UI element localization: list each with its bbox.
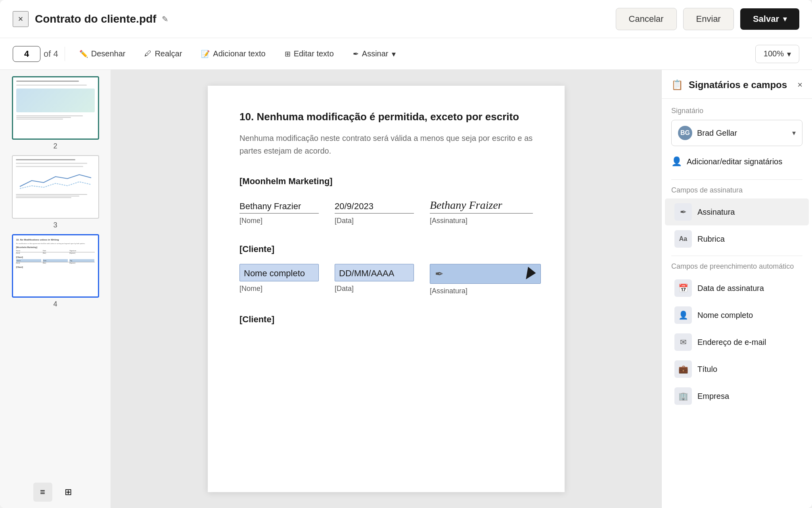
signatory-section: Signatário BG Brad Gellar ▾ 👤 Adicionar/… bbox=[662, 99, 812, 179]
client2-label: [Cliente] bbox=[239, 314, 533, 325]
salvar-button[interactable]: Salvar ▾ bbox=[740, 8, 799, 30]
pdf-page: 10. Nenhuma modificação é permitida, exc… bbox=[208, 86, 565, 492]
field-item-data-assinatura[interactable]: 📅 Data de assinatura bbox=[665, 275, 809, 302]
add-signatory-icon: 👤 bbox=[671, 156, 682, 167]
rubrica-icon-box: Aa bbox=[674, 230, 692, 248]
field-item-assinatura[interactable]: ✒ Assinatura bbox=[665, 198, 809, 225]
sig-field-sig-1: Bethany Fraizer [Assinatura] bbox=[430, 196, 533, 225]
sig-field-name-2: Nome completo [Nome] bbox=[239, 264, 319, 295]
sig-value-date-2[interactable]: DD/MM/AAAA bbox=[335, 264, 414, 281]
sig-label-sig-2: [Assinatura] bbox=[430, 287, 533, 295]
nome-completo-label: Nome completo bbox=[697, 311, 753, 320]
realcar-button[interactable]: 🖊 Realçar bbox=[136, 45, 190, 62]
data-assinatura-icon-box: 📅 bbox=[674, 279, 692, 297]
document-title: Contrato do cliente.pdf bbox=[35, 13, 156, 25]
sig-value-sig-1: Bethany Fraizer bbox=[430, 196, 533, 214]
thumbnail-page-4[interactable]: 10. No Modifications unless in Writing N… bbox=[6, 234, 104, 308]
zoom-chevron: ▾ bbox=[787, 49, 791, 59]
section-body: Nenhuma modificação neste contrato será … bbox=[239, 132, 533, 157]
desenhar-label: Desenhar bbox=[91, 49, 126, 58]
realcar-label: Realçar bbox=[155, 49, 182, 58]
field-item-rubrica[interactable]: Aa Rubrica bbox=[665, 225, 809, 252]
data-assinatura-icon: 📅 bbox=[678, 283, 688, 293]
sig-label-date-1: [Data] bbox=[335, 217, 414, 225]
thumbnail-page-2[interactable]: 2 bbox=[6, 76, 104, 150]
add-signatory-button[interactable]: 👤 Adicionar/editar signatários bbox=[671, 152, 802, 171]
thumbnail-page-3[interactable]: 3 bbox=[6, 155, 104, 229]
auto-fields-label: Campos de preenchimento automático bbox=[662, 256, 812, 275]
salvar-label: Salvar bbox=[753, 14, 779, 24]
panel-header: 📋 Signatários e campos × bbox=[662, 70, 812, 99]
section-title: 10. Nenhuma modificação é permitida, exc… bbox=[239, 110, 533, 124]
nome-completo-icon: 👤 bbox=[678, 310, 688, 320]
field-item-email[interactable]: ✉ Endereço de e-mail bbox=[665, 329, 809, 356]
assinatura-icon-box: ✒ bbox=[674, 203, 692, 221]
signature-row-1: Bethany Frazier [Nome] 20/9/2023 [Data] … bbox=[239, 196, 533, 225]
company-name: [Moonhelm Marketing] bbox=[239, 176, 533, 187]
thumbnail-label-3: 3 bbox=[53, 221, 57, 229]
toolbar-divider-1 bbox=[65, 47, 65, 61]
page-input[interactable] bbox=[19, 49, 34, 59]
field-item-empresa[interactable]: 🏢 Empresa bbox=[665, 383, 809, 410]
sig-label-date-2: [Data] bbox=[335, 285, 414, 293]
sig-value-name-1: Bethany Frazier bbox=[239, 196, 319, 214]
data-assinatura-label: Data de assinatura bbox=[697, 284, 764, 293]
salvar-chevron: ▾ bbox=[783, 15, 787, 23]
desenhar-button[interactable]: ✏️ Desenhar bbox=[71, 45, 134, 62]
page-input-wrap bbox=[13, 46, 40, 62]
grid-view-button[interactable]: ⊞ bbox=[59, 483, 78, 502]
thumbnail-label-2: 2 bbox=[53, 142, 57, 150]
adicionar-texto-button[interactable]: 📝 Adicionar texto bbox=[193, 45, 273, 62]
pdf-viewer-area: 10. Nenhuma modificação é permitida, exc… bbox=[111, 70, 661, 508]
editar-texto-label: Editar texto bbox=[294, 49, 334, 58]
signatory-select[interactable]: BG Brad Gellar ▾ bbox=[671, 120, 802, 146]
grid-icon: ⊞ bbox=[65, 487, 72, 497]
email-icon-box: ✉ bbox=[674, 333, 692, 351]
page-of-label: of 4 bbox=[44, 49, 58, 59]
signature-pen-icon: ✒ bbox=[435, 268, 444, 280]
assinar-chevron: ▾ bbox=[392, 49, 396, 59]
desenhar-icon: ✏️ bbox=[79, 50, 88, 58]
signature-fields-label: Campos de assinatura bbox=[662, 180, 812, 198]
field-item-titulo[interactable]: 💼 Título bbox=[665, 356, 809, 383]
sig-value-name-2[interactable]: Nome completo bbox=[239, 264, 319, 281]
signature-row-2: Nome completo [Nome] DD/MM/AAAA [Data] ✒ bbox=[239, 264, 533, 295]
email-label: Endereço de e-mail bbox=[697, 338, 766, 347]
assinar-button[interactable]: ✒ Assinar ▾ bbox=[345, 45, 404, 63]
zoom-button[interactable]: 100% ▾ bbox=[755, 45, 799, 63]
sig-field-sig-2: ✒ [Assinatura] bbox=[430, 264, 533, 295]
list-view-button[interactable]: ≡ bbox=[33, 483, 52, 502]
sig-field-date-1: 20/9/2023 [Data] bbox=[335, 196, 414, 225]
close-button[interactable]: × bbox=[13, 11, 29, 27]
assinar-label: Assinar bbox=[362, 49, 389, 58]
sig-value-date-1: 20/9/2023 bbox=[335, 196, 414, 214]
titulo-label: Título bbox=[697, 365, 717, 374]
signatory-label: Signatário bbox=[671, 107, 802, 115]
client-label: [Cliente] bbox=[239, 244, 533, 254]
edit-title-icon[interactable]: ✎ bbox=[162, 14, 169, 24]
realcar-icon: 🖊 bbox=[144, 50, 151, 58]
enviar-button[interactable]: Enviar bbox=[683, 8, 734, 30]
email-icon: ✉ bbox=[680, 337, 687, 347]
titulo-icon-box: 💼 bbox=[674, 360, 692, 378]
panel-title: Signatários e campos bbox=[689, 79, 797, 90]
zoom-label: 100% bbox=[764, 49, 784, 58]
assinatura-icon: ✒ bbox=[680, 207, 687, 217]
sig-field-date-2: DD/MM/AAAA [Data] bbox=[335, 264, 414, 295]
cancelar-button[interactable]: Cancelar bbox=[616, 8, 677, 30]
thumbnail-sidebar: 2 bbox=[0, 70, 111, 508]
right-panel: 📋 Signatários e campos × Signatário BG B… bbox=[661, 70, 812, 508]
sig-label-name-1: [Nome] bbox=[239, 217, 319, 225]
field-item-nome-completo[interactable]: 👤 Nome completo bbox=[665, 302, 809, 329]
sig-value-sig-2[interactable]: ✒ bbox=[430, 264, 541, 284]
rubrica-icon: Aa bbox=[679, 235, 687, 242]
signatory-select-chevron: ▾ bbox=[792, 129, 796, 137]
list-icon: ≡ bbox=[40, 487, 45, 497]
assinar-icon: ✒ bbox=[353, 50, 359, 58]
nome-completo-icon-box: 👤 bbox=[674, 306, 692, 324]
editar-texto-button[interactable]: ⊞ Editar texto bbox=[277, 45, 342, 62]
signatory-name: Brad Gellar bbox=[697, 129, 787, 138]
rubrica-label: Rubrica bbox=[697, 235, 725, 244]
sig-label-name-2: [Nome] bbox=[239, 285, 319, 293]
panel-close-button[interactable]: × bbox=[797, 80, 802, 90]
